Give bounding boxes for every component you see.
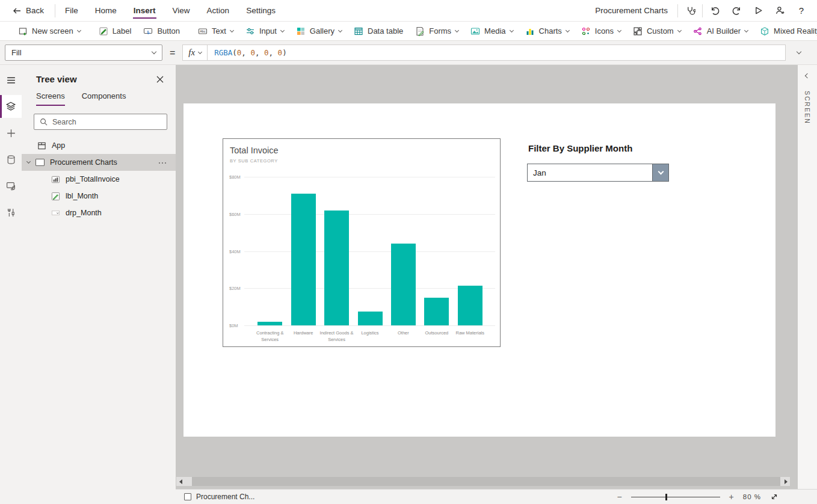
help-button[interactable]: ?	[791, 0, 812, 22]
screen-tab-label[interactable]: SCREEN	[804, 91, 811, 124]
chevron-down-icon	[509, 28, 513, 32]
undo-icon	[710, 5, 720, 16]
chart-title: Total Invoice	[230, 146, 279, 155]
fx-selector[interactable]: fx	[182, 45, 208, 61]
ribbon-mixed-reality[interactable]: Mixed Reality	[754, 22, 817, 41]
app-checker-button[interactable]	[679, 0, 701, 22]
filter-month-label: Filter By Supplier Month	[528, 143, 632, 153]
rail-hamburger-button[interactable]	[0, 69, 22, 91]
ribbon-gallery[interactable]: Gallery	[290, 22, 348, 41]
ribbon-input[interactable]: Input	[239, 22, 290, 41]
rail-media-button[interactable]	[0, 174, 22, 197]
plus-icon	[6, 128, 16, 138]
tree-tabs: Screens Components	[22, 91, 176, 106]
chart-bar	[324, 211, 349, 325]
chevron-down-icon	[338, 28, 342, 32]
status-bar: Procurement Ch... − + 80 %	[176, 489, 817, 504]
menu-settings[interactable]: Settings	[238, 0, 284, 22]
ribbon-ai-builder[interactable]: AI Builder	[687, 22, 754, 41]
ribbon-label[interactable]: Label	[93, 22, 138, 41]
chart-subtitle: BY SUB CATEGORY	[230, 158, 278, 164]
property-selector[interactable]: Fill	[5, 45, 162, 61]
zoom-out-button[interactable]: −	[617, 492, 621, 502]
menu-action[interactable]: Action	[199, 0, 238, 22]
y-axis-tick-label: $80M	[229, 174, 241, 180]
rail-data-button[interactable]	[0, 148, 22, 171]
tree-item-app[interactable]: App	[22, 137, 176, 154]
stethoscope-icon	[685, 5, 695, 16]
month-dropdown[interactable]: Jan	[527, 164, 669, 182]
x-axis-category-label: Logistics	[351, 330, 389, 337]
gallery-icon	[296, 26, 306, 36]
ribbon-data-table[interactable]: Data table	[348, 22, 409, 41]
mixed-reality-icon	[760, 26, 769, 36]
screen-canvas[interactable]: Total Invoice BY SUB CATEGORY $0M$20M$40…	[183, 103, 775, 437]
ribbon-label: Media	[484, 26, 505, 35]
rail-advanced-tools-button[interactable]	[0, 201, 22, 224]
chart-gridline	[244, 251, 495, 252]
search-input[interactable]	[52, 118, 161, 126]
chevron-left-icon[interactable]	[805, 73, 810, 78]
scrollbar-thumb[interactable]	[192, 477, 780, 486]
back-button[interactable]: Back	[0, 6, 54, 16]
ribbon-charts[interactable]: Charts	[519, 22, 575, 41]
rail-tree-view-button[interactable]	[0, 95, 22, 118]
formula-input[interactable]: RGBA(0, 0, 0, 0)	[208, 45, 786, 61]
menu-insert[interactable]: Insert	[125, 0, 164, 22]
ribbon-label: Data table	[368, 26, 403, 35]
dropdown-button[interactable]	[652, 164, 668, 181]
chevron-down-icon	[280, 28, 285, 32]
y-axis-tick-label: $40M	[229, 249, 241, 254]
slider-handle[interactable]	[665, 494, 667, 500]
rail-insert-button[interactable]	[0, 121, 22, 144]
forms-icon	[415, 26, 425, 36]
ribbon-text[interactable]: Abc Text	[192, 22, 239, 41]
scroll-right-button[interactable]	[782, 477, 790, 486]
menu-view[interactable]: View	[164, 0, 199, 22]
zoom-in-button[interactable]: +	[729, 492, 734, 502]
tab-components[interactable]: Components	[82, 91, 126, 106]
ribbon-media[interactable]: Media	[464, 22, 519, 41]
dropdown-value: Jan	[528, 164, 652, 181]
ribbon-new-screen[interactable]: New screen	[12, 22, 87, 41]
tree-search-box	[34, 114, 167, 130]
tree-item-lbl-month[interactable]: lbl_Month	[22, 188, 176, 204]
screens-tree: App Procurement Charts pbi_TotalInvoice …	[22, 137, 176, 221]
ribbon-label: Label	[113, 26, 132, 35]
share-button[interactable]	[769, 0, 791, 22]
left-rail	[0, 65, 22, 504]
horizontal-scrollbar[interactable]	[176, 477, 790, 486]
x-axis-category-label: Contracting & Services	[251, 330, 289, 343]
scroll-left-button[interactable]	[176, 477, 185, 486]
fx-icon: fx	[188, 48, 195, 58]
back-label: Back	[26, 6, 44, 15]
ribbon-custom[interactable]: Custom	[627, 22, 687, 41]
tree-item-procurement-charts[interactable]: Procurement Charts	[22, 154, 176, 171]
chart-bar	[458, 286, 482, 325]
app-title: Procurement Charts	[595, 6, 668, 15]
pbi-chart-control[interactable]: Total Invoice BY SUB CATEGORY $0M$20M$40…	[223, 138, 501, 347]
ribbon-icons[interactable]: Icons	[575, 22, 627, 41]
play-icon	[753, 5, 763, 16]
more-actions-icon[interactable]	[159, 162, 167, 164]
preview-play-button[interactable]	[747, 0, 769, 22]
menu-home[interactable]: Home	[87, 0, 125, 22]
zoom-slider[interactable]	[631, 493, 720, 501]
ribbon-button[interactable]: Button	[137, 22, 186, 41]
menu-file[interactable]: File	[57, 0, 87, 22]
tree-item-pbi-totalinvoice[interactable]: pbi_TotalInvoice	[22, 171, 176, 188]
panel-title: Tree view	[36, 74, 77, 84]
fit-to-window-icon[interactable]	[770, 493, 778, 501]
screen-thumbnail-icon	[35, 159, 45, 166]
redo-button[interactable]	[726, 0, 747, 22]
expand-formula-bar-button[interactable]	[786, 52, 812, 54]
tab-screens[interactable]: Screens	[36, 91, 65, 106]
chevron-down-icon[interactable]	[26, 159, 31, 164]
tree-item-drp-month[interactable]: drp_Month	[22, 204, 176, 221]
titlebar: Back File Home Insert View Action Settin…	[0, 0, 817, 22]
tree-view-layers-icon	[5, 101, 16, 112]
close-panel-button[interactable]	[156, 76, 164, 83]
ribbon-forms[interactable]: Forms	[409, 22, 464, 41]
hamburger-icon	[6, 75, 16, 85]
undo-button[interactable]	[704, 0, 726, 22]
